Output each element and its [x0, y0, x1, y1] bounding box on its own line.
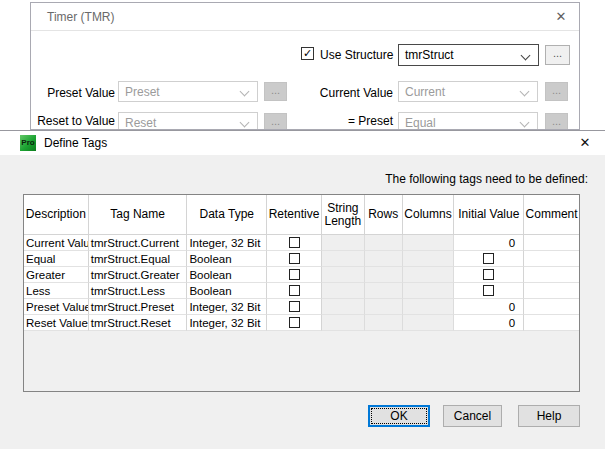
column-header-tag-name: Tag Name: [89, 195, 188, 235]
define-tags-dialog-window: Pro Define Tags ✕ The following tags nee…: [0, 130, 605, 449]
initial-value-checkbox[interactable]: [483, 285, 494, 296]
cell-data-type: Integer, 32 Bit: [187, 235, 267, 251]
cell-initial-value[interactable]: 0: [454, 235, 524, 251]
define-tags-title-bar[interactable]: Pro Define Tags ✕: [0, 131, 605, 155]
cell-data-type: Integer, 32 Bit: [187, 299, 267, 315]
cell-description: Less: [24, 283, 89, 299]
initial-value-checkbox[interactable]: [483, 253, 494, 264]
table-row: Current ValuetmrStruct.CurrentInteger, 3…: [24, 235, 579, 251]
reset-to-value-combobox: Reset: [118, 112, 258, 130]
cell-initial-value: [454, 251, 524, 267]
cell-initial-value: [454, 283, 524, 299]
cell-retentive: [267, 251, 322, 267]
cell-string-length: [322, 299, 365, 315]
reset-to-value-label: Reset to Value: [31, 114, 115, 128]
close-icon[interactable]: ✕: [576, 134, 594, 152]
cell-string-length: [322, 283, 365, 299]
define-tags-dialog-title: Define Tags: [44, 136, 107, 150]
cell-rows: [365, 251, 403, 267]
cell-retentive: [267, 299, 322, 315]
cell-comment: [524, 267, 579, 283]
help-button[interactable]: Help: [518, 405, 580, 427]
table-row: GreatertmrStruct.GreaterBoolean: [24, 267, 579, 283]
cell-columns: [403, 251, 455, 267]
use-structure-checkbox[interactable]: ✓: [301, 47, 314, 60]
table-header-row: DescriptionTag NameData TypeRetentiveStr…: [24, 195, 579, 235]
cell-columns: [403, 283, 455, 299]
tag-definition-table: DescriptionTag NameData TypeRetentiveStr…: [23, 194, 580, 392]
cell-comment: [524, 299, 579, 315]
cell-columns: [403, 235, 455, 251]
cell-columns: [403, 267, 455, 283]
cell-columns: [403, 315, 455, 331]
column-header-description: Description: [24, 195, 89, 235]
timer-title-bar[interactable]: Timer (TMR) ✕: [31, 3, 579, 31]
close-icon[interactable]: ✕: [552, 8, 570, 26]
cell-initial-value[interactable]: 0: [454, 315, 524, 331]
cell-description: Current Value: [24, 235, 89, 251]
reset-browse-button: ...: [264, 113, 287, 130]
column-header-string-length: String Length: [322, 195, 365, 235]
current-value-combobox: Current: [398, 81, 538, 102]
cell-string-length: [322, 267, 365, 283]
structure-combobox-value: tmrStruct: [405, 48, 454, 62]
cell-tag-name: tmrStruct.Greater: [89, 267, 188, 283]
retentive-checkbox[interactable]: [289, 285, 300, 296]
retentive-checkbox[interactable]: [289, 237, 300, 248]
cell-retentive: [267, 283, 322, 299]
retentive-checkbox[interactable]: [289, 301, 300, 312]
preset-value-combobox-value: Preset: [125, 85, 160, 99]
initial-value-checkbox[interactable]: [483, 269, 494, 280]
equals-preset-label: = Preset: [293, 114, 393, 128]
cell-initial-value: [454, 267, 524, 283]
timer-dialog-title: Timer (TMR): [47, 10, 115, 24]
current-value-label: Current Value: [293, 86, 393, 100]
column-header-initial-value: Initial Value: [454, 195, 524, 235]
structure-browse-button[interactable]: ...: [545, 45, 570, 65]
chevron-down-icon: [520, 118, 530, 128]
cell-description: Greater: [24, 267, 89, 283]
cell-rows: [365, 235, 403, 251]
cell-description: Equal: [24, 251, 89, 267]
retentive-checkbox[interactable]: [289, 269, 300, 280]
tags-to-define-info-text: The following tags need to be defined:: [385, 172, 588, 186]
cell-string-length: [322, 315, 365, 331]
equal-browse-button: ...: [545, 113, 568, 130]
cell-rows: [365, 267, 403, 283]
equals-preset-combobox: Equal: [398, 112, 538, 130]
cell-string-length: [322, 235, 365, 251]
cancel-button[interactable]: Cancel: [443, 405, 502, 427]
cell-data-type: Boolean: [187, 267, 267, 283]
ok-button[interactable]: OK: [368, 405, 430, 427]
cell-rows: [365, 315, 403, 331]
preset-value-label: Preset Value: [31, 86, 115, 100]
cell-retentive: [267, 267, 322, 283]
cell-data-type: Boolean: [187, 251, 267, 267]
cell-description: Preset Value: [24, 299, 89, 315]
preset-browse-button: ...: [264, 82, 287, 101]
cell-tag-name: tmrStruct.Current: [89, 235, 188, 251]
chevron-down-icon: [240, 118, 250, 128]
column-header-data-type: Data Type: [187, 195, 267, 235]
column-header-columns: Columns: [403, 195, 455, 235]
column-header-rows: Rows: [365, 195, 403, 235]
column-header-comment: Comment: [524, 195, 579, 235]
table-row: EqualtmrStruct.EqualBoolean: [24, 251, 579, 267]
cell-data-type: Integer, 32 Bit: [187, 315, 267, 331]
retentive-checkbox[interactable]: [289, 253, 300, 264]
cell-initial-value[interactable]: 0: [454, 299, 524, 315]
cell-tag-name: tmrStruct.Reset: [89, 315, 188, 331]
use-structure-label: Use Structure: [320, 48, 393, 62]
retentive-checkbox[interactable]: [289, 317, 300, 328]
current-browse-button: ...: [545, 82, 568, 101]
equals-preset-combobox-value: Equal: [405, 116, 436, 130]
cell-retentive: [267, 315, 322, 331]
table-row: Preset ValuetmrStruct.PresetInteger, 32 …: [24, 299, 579, 315]
cell-comment: [524, 283, 579, 299]
preset-value-combobox: Preset: [118, 81, 258, 102]
table-row: Reset ValuetmrStruct.ResetInteger, 32 Bi…: [24, 315, 579, 331]
cell-rows: [365, 283, 403, 299]
cell-comment: [524, 235, 579, 251]
chevron-down-icon: [520, 87, 530, 97]
structure-combobox[interactable]: tmrStruct: [398, 44, 539, 66]
